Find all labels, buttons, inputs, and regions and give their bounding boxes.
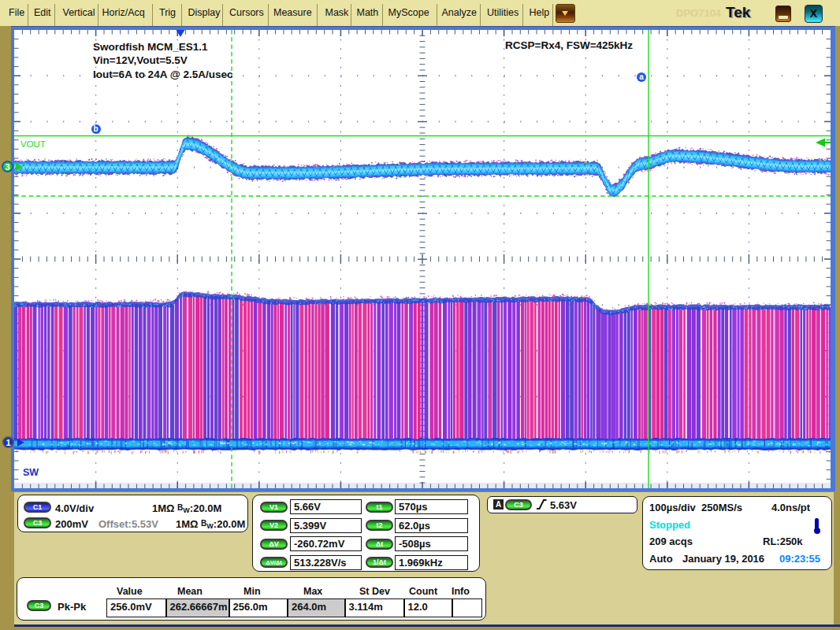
svg-text:SW: SW [23, 467, 39, 478]
svg-text:VOUT: VOUT [20, 139, 46, 149]
